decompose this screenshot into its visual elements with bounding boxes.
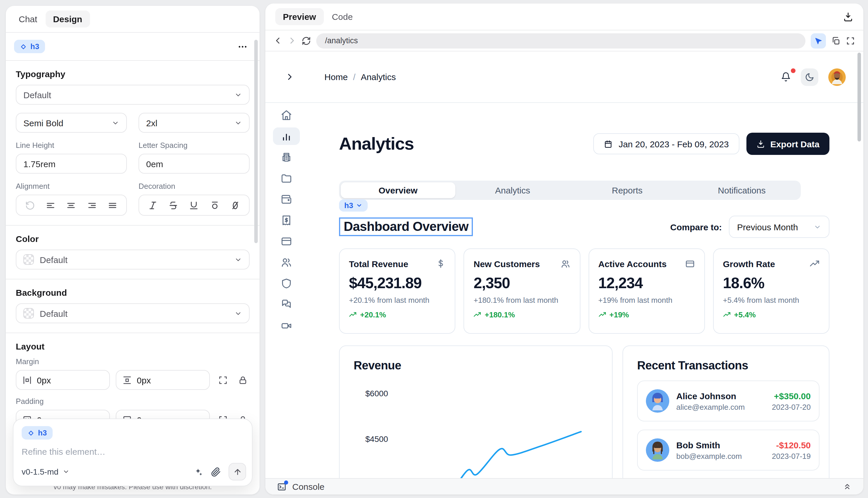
no-decoration-icon[interactable] (230, 200, 240, 210)
stat-delta-value: +180.1% (485, 310, 515, 319)
transaction-amount: +$350.00 (772, 391, 811, 401)
letter-spacing-input[interactable]: 0em (139, 154, 250, 174)
stat-value: 18.6% (723, 274, 820, 292)
download-icon[interactable] (843, 11, 853, 22)
avatar[interactable] (828, 68, 846, 86)
bar-chart-icon (280, 130, 292, 142)
margin-row: 0px 0px (16, 370, 250, 390)
chevron-down-icon (234, 310, 242, 317)
underline-icon[interactable] (189, 200, 199, 210)
revenue-chart-card: Revenue $6000$4500$3000 (339, 345, 613, 495)
background-select[interactable]: Default (16, 303, 250, 323)
breadcrumb-current[interactable]: Analytics (361, 72, 396, 82)
sidebar-item-files[interactable] (273, 170, 300, 187)
tab-overview[interactable]: Overview (341, 182, 455, 198)
sidebar-toggle-icon[interactable] (285, 73, 294, 81)
trending-up-icon (349, 311, 357, 318)
refine-input[interactable]: Refine this element… (22, 447, 244, 457)
tab-notifications[interactable]: Notifications (684, 182, 799, 198)
font-family-select[interactable]: Default (16, 85, 250, 105)
dark-mode-toggle[interactable] (801, 68, 818, 86)
line-height-value: 1.75rem (23, 159, 55, 169)
margin-lock-button[interactable] (236, 373, 250, 387)
font-size-select[interactable]: 2xl (139, 113, 250, 133)
sidebar-item-cards[interactable] (273, 233, 300, 250)
users-icon (560, 259, 570, 269)
line-height-input[interactable]: 1.75rem (16, 154, 127, 174)
console-label: Console (292, 482, 325, 492)
color-value-wrap: Default (23, 254, 67, 265)
export-data-button[interactable]: Export Data (747, 133, 829, 155)
sidebar-item-wallet[interactable] (273, 191, 300, 208)
composer-element-chip[interactable]: h3 (22, 426, 53, 440)
margin-y-input[interactable]: 0px (116, 370, 210, 390)
sidebar-item-receipts[interactable] (273, 212, 300, 229)
fullscreen-icon[interactable] (846, 36, 855, 45)
nav-forward-icon[interactable] (288, 36, 297, 45)
download-icon (757, 140, 765, 148)
sidebar-item-video[interactable] (273, 317, 300, 335)
address-bar[interactable]: /analytics (316, 33, 805, 48)
send-button[interactable] (228, 463, 246, 481)
transaction-row[interactable]: Bob Smith bob@example.com -$120.50 2023-… (637, 430, 819, 471)
overline-icon[interactable] (210, 200, 220, 210)
margin-expand-button[interactable] (216, 373, 230, 387)
breadcrumb-home[interactable]: Home (325, 72, 348, 82)
avatar (646, 389, 669, 412)
align-justify-icon[interactable] (107, 200, 118, 210)
sparkles-icon[interactable] (194, 467, 203, 477)
transaction-email: bob@example.com (676, 451, 742, 460)
design-panel-scrollbar[interactable] (254, 40, 258, 243)
line-height-label: Line Height (16, 141, 127, 149)
refresh-icon[interactable] (302, 36, 311, 45)
color-select[interactable]: Default (16, 250, 250, 270)
tab-analytics[interactable]: Analytics (455, 182, 570, 198)
sidebar-item-home[interactable] (273, 106, 300, 124)
copy-icon[interactable] (831, 36, 841, 45)
model-select[interactable]: v0-1.5-md (22, 467, 69, 476)
tab-preview[interactable]: Preview (275, 8, 324, 25)
chevron-down-icon (356, 202, 363, 209)
align-right-icon[interactable] (87, 200, 97, 210)
margin-x-input[interactable]: 0px (16, 370, 110, 390)
stat-title: Active Accounts (598, 259, 695, 269)
align-left-icon[interactable] (46, 200, 56, 210)
selected-element-chip[interactable]: h3 (14, 40, 45, 53)
transaction-date: 2023-07-19 (772, 451, 811, 460)
inspect-mode-button[interactable] (811, 33, 826, 48)
sidebar-item-security[interactable] (273, 275, 300, 292)
sidebar-item-invoices[interactable] (273, 148, 300, 166)
chevrons-up-icon[interactable] (843, 482, 852, 491)
compare-select[interactable]: Previous Month (729, 216, 829, 238)
decoration-group (139, 195, 250, 216)
align-center-icon[interactable] (66, 200, 76, 210)
font-weight-select[interactable]: Semi Bold (16, 113, 127, 133)
date-range-picker[interactable]: Jan 20, 2023 - Feb 09, 2023 (594, 133, 739, 154)
paperclip-icon[interactable] (211, 467, 221, 477)
margin-x-icon (22, 375, 32, 385)
inspect-element-chip[interactable]: h3 (339, 199, 368, 212)
nav-back-icon[interactable] (274, 36, 282, 45)
decoration-label: Decoration (139, 182, 250, 191)
italic-icon[interactable] (148, 200, 158, 210)
console-bar[interactable]: Console (265, 478, 863, 495)
sidebar-item-analytics[interactable] (273, 128, 300, 145)
diamond-icon (27, 429, 35, 436)
preview-scrollbar[interactable] (857, 53, 861, 142)
shield-icon (280, 278, 292, 289)
strikethrough-icon[interactable] (169, 200, 179, 210)
tab-design[interactable]: Design (45, 11, 90, 27)
sidebar-item-messages[interactable] (273, 296, 300, 313)
transaction-row[interactable]: Alice Johnson alice@example.com +$350.00… (637, 381, 819, 421)
undo-icon[interactable] (25, 200, 35, 210)
more-options-icon[interactable] (237, 41, 248, 52)
avatar (646, 438, 669, 462)
tab-chat[interactable]: Chat (19, 14, 37, 24)
section-title-selected[interactable]: Dashboard Overview (339, 218, 473, 236)
transaction-date: 2023-07-20 (772, 403, 811, 411)
tab-code[interactable]: Code (332, 12, 353, 22)
tab-reports[interactable]: Reports (570, 182, 684, 198)
notifications-button[interactable] (781, 72, 791, 82)
sidebar-item-users[interactable] (273, 254, 300, 271)
chevron-down-icon (111, 119, 119, 127)
